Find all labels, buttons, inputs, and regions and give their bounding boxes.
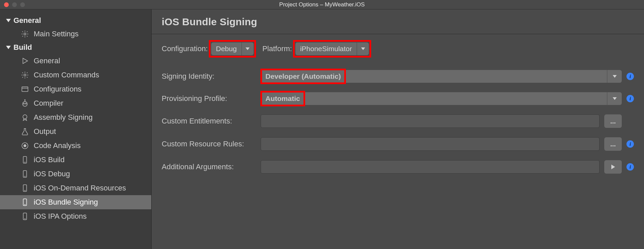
additional-args-input[interactable]	[261, 160, 600, 174]
close-window-button[interactable]	[4, 2, 9, 7]
sidebar: General Main Settings Build General Cust…	[0, 9, 152, 249]
svg-point-0	[24, 33, 26, 35]
sidebar-item-ios-ipa-options[interactable]: iOS IPA Options	[0, 209, 151, 223]
configuration-dropdown[interactable]: Debug	[211, 42, 254, 55]
sidebar-item-assembly-signing[interactable]: Assembly Signing	[0, 110, 151, 124]
phone-icon	[21, 156, 29, 164]
svg-point-12	[24, 145, 26, 147]
section-label: General	[13, 16, 41, 25]
svg-point-10	[23, 115, 27, 119]
sidebar-item-label: Assembly Signing	[34, 113, 93, 122]
provisioning-value-text: Automatic	[263, 93, 303, 104]
signing-identity-value-text: Developer (Automatic)	[263, 71, 344, 82]
resource-rules-input[interactable]	[261, 137, 600, 151]
entitlements-label: Custom Entitlements:	[162, 117, 256, 126]
sidebar-item-label: Configurations	[34, 85, 82, 94]
ellipsis-icon: ...	[610, 117, 616, 125]
sidebar-item-label: Custom Commands	[34, 71, 99, 79]
row-signing-identity: Signing Identity: Developer (Automatic) …	[162, 70, 634, 83]
sidebar-item-label: General	[34, 57, 60, 65]
info-icon[interactable]: i	[626, 95, 634, 102]
sidebar-item-output[interactable]: Output	[0, 124, 151, 139]
signing-identity-label: Signing Identity:	[162, 72, 256, 81]
entitlements-browse-button[interactable]: ...	[604, 114, 622, 128]
configuration-label: Configuration:	[162, 44, 208, 53]
sidebar-item-ios-debug[interactable]: iOS Debug	[0, 167, 151, 181]
sidebar-item-code-analysis[interactable]: Code Analysis	[0, 139, 151, 153]
row-provisioning-profile: Provisioning Profile: Automatic i	[162, 92, 634, 105]
signing-identity-value: Developer (Automatic)	[261, 70, 607, 83]
phone-icon	[21, 170, 29, 178]
info-icon[interactable]: i	[626, 73, 634, 80]
ellipsis-icon: ...	[610, 140, 616, 148]
sidebar-item-label: iOS On-Demand Resources	[34, 184, 126, 192]
zoom-window-button[interactable]	[20, 2, 25, 7]
row-additional-args: Additional Arguments: i	[162, 160, 634, 174]
configuration-value: Debug	[211, 42, 242, 55]
platform-dropdown[interactable]: iPhoneSimulator	[295, 42, 369, 55]
sidebar-item-ios-ondemand[interactable]: iOS On-Demand Resources	[0, 181, 151, 195]
svg-point-2	[24, 74, 26, 76]
play-icon	[21, 57, 29, 65]
sidebar-item-label: Main Settings	[34, 30, 78, 38]
row-resource-rules: Custom Resource Rules: ... i	[162, 137, 634, 151]
sidebar-item-label: Code Analysis	[34, 141, 80, 150]
sidebar-item-label: iOS Debug	[34, 170, 70, 178]
phone-icon	[21, 184, 29, 192]
disclosure-triangle-icon	[6, 19, 11, 22]
signing-identity-dropdown[interactable]: Developer (Automatic)	[261, 70, 622, 83]
section-label: Build	[13, 43, 32, 52]
window-title: Project Options – MyWeather.iOS	[0, 1, 644, 8]
provisioning-value: Automatic	[261, 92, 607, 105]
entitlements-input[interactable]	[261, 114, 600, 128]
svg-marker-1	[23, 58, 28, 64]
info-icon[interactable]: i	[626, 140, 634, 148]
resource-rules-browse-button[interactable]: ...	[604, 137, 622, 151]
config-platform-row: Configuration: Debug Platform: iPhoneSim…	[162, 42, 634, 55]
content-pane: iOS Bundle Signing Configuration: Debug …	[152, 9, 644, 249]
target-icon	[21, 142, 29, 150]
additional-args-run-button[interactable]	[604, 160, 622, 174]
sidebar-item-label: Output	[34, 127, 56, 136]
sidebar-item-main-settings[interactable]: Main Settings	[0, 27, 151, 41]
resource-rules-label: Custom Resource Rules:	[162, 140, 256, 148]
sidebar-item-general[interactable]: General	[0, 54, 151, 68]
sidebar-item-label: iOS IPA Options	[34, 212, 87, 221]
minimize-window-button[interactable]	[12, 2, 17, 7]
sidebar-item-label: iOS Build	[34, 155, 65, 164]
play-icon	[611, 165, 615, 169]
page-header: iOS Bundle Signing	[152, 9, 644, 34]
gear-icon	[21, 30, 29, 38]
dropdown-arrow-icon	[607, 92, 622, 105]
form-body: Configuration: Debug Platform: iPhoneSim…	[152, 34, 644, 191]
page-title: iOS Bundle Signing	[162, 16, 634, 28]
sidebar-item-compiler[interactable]: Compiler	[0, 96, 151, 110]
platform-value: iPhoneSimulator	[295, 42, 357, 55]
disclosure-triangle-icon	[6, 46, 11, 49]
sidebar-item-ios-build[interactable]: iOS Build	[0, 153, 151, 167]
titlebar: Project Options – MyWeather.iOS	[0, 0, 644, 9]
svg-rect-3	[22, 87, 28, 92]
robot-icon	[21, 99, 29, 107]
sidebar-item-configurations[interactable]: Configurations	[0, 82, 151, 96]
additional-args-label: Additional Arguments:	[162, 163, 256, 171]
gear-icon	[21, 71, 29, 79]
sidebar-section-build[interactable]: Build	[0, 41, 151, 54]
sidebar-item-ios-bundle-signing[interactable]: iOS Bundle Signing	[0, 195, 151, 209]
svg-point-9	[25, 100, 25, 100]
platform-label: Platform:	[262, 44, 292, 53]
sidebar-section-general[interactable]: General	[0, 14, 151, 27]
flask-icon	[21, 128, 29, 136]
row-custom-entitlements: Custom Entitlements: ...	[162, 114, 634, 128]
sidebar-item-custom-commands[interactable]: Custom Commands	[0, 68, 151, 82]
provisioning-dropdown[interactable]: Automatic	[261, 92, 622, 105]
window-icon	[21, 85, 29, 93]
phone-icon	[21, 198, 29, 206]
sidebar-item-label: iOS Bundle Signing	[34, 198, 98, 207]
svg-point-6	[24, 103, 25, 104]
phone-icon	[21, 212, 29, 220]
badge-icon	[21, 113, 29, 121]
info-icon[interactable]: i	[626, 163, 634, 171]
dropdown-arrow-icon	[242, 42, 254, 55]
window-traffic-lights	[0, 2, 25, 7]
